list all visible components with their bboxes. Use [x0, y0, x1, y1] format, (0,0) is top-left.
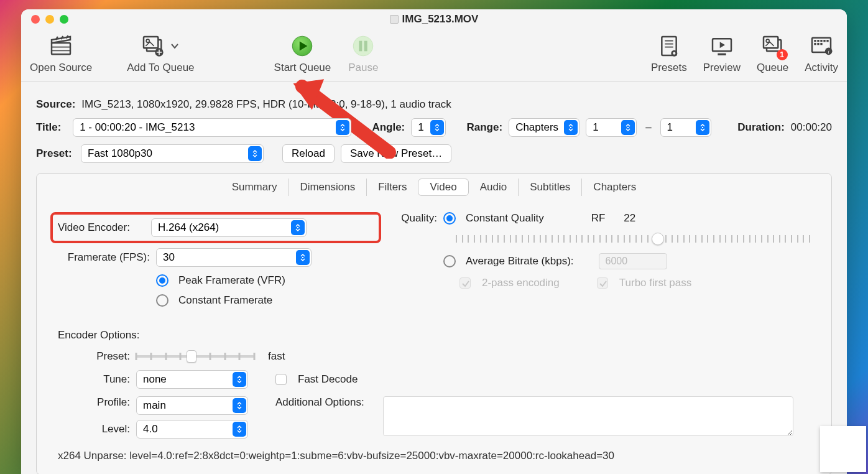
range-from-select[interactable]	[586, 118, 637, 137]
svg-rect-29	[817, 43, 819, 45]
tune-select[interactable]	[136, 370, 248, 389]
open-source-button[interactable]: Open Source	[30, 62, 92, 74]
rf-slider[interactable]	[456, 232, 810, 246]
framerate-select[interactable]	[156, 248, 312, 267]
clapperboard-icon	[48, 34, 73, 58]
constant-quality-label: Constant Quality	[466, 212, 544, 225]
preset-label: Preset:	[36, 147, 75, 160]
turbo-first-pass-checkbox	[597, 277, 608, 289]
app-window: IMG_5213.MOV Open Source Add To Queue	[21, 9, 847, 474]
video-encoder-select[interactable]	[151, 218, 307, 237]
profile-select[interactable]	[136, 396, 248, 415]
svg-rect-0	[52, 43, 70, 54]
svg-point-16	[673, 52, 675, 54]
play-icon	[290, 34, 315, 58]
quality-label: Quality:	[394, 212, 437, 225]
fast-decode-checkbox[interactable]	[275, 374, 287, 385]
average-bitrate-radio[interactable]	[443, 255, 456, 267]
average-bitrate-label: Average Bitrate (kbps):	[466, 255, 574, 267]
source-label: Source:	[36, 98, 75, 111]
content-area: Source: IMG_5213, 1080x1920, 29.9828 FPS…	[21, 82, 847, 474]
duration-value: 00:00:20	[791, 121, 832, 134]
constant-quality-radio[interactable]	[443, 212, 456, 225]
svg-rect-9	[359, 41, 362, 52]
range-label: Range:	[467, 121, 503, 134]
svg-rect-26	[823, 40, 825, 42]
queue-button[interactable]: Queue	[757, 62, 788, 74]
range-dash: –	[645, 121, 651, 134]
tab-panel: Summary Dimensions Filters Video Audio S…	[36, 173, 832, 474]
tab-video[interactable]: Video	[418, 179, 468, 196]
preview-button[interactable]: Preview	[703, 62, 741, 74]
preview-icon	[709, 34, 734, 58]
svg-rect-25	[820, 40, 822, 42]
svg-rect-27	[826, 40, 828, 42]
pause-icon	[351, 34, 376, 58]
level-label: Level:	[58, 423, 130, 435]
save-new-preset-button[interactable]: Save New Preset…	[341, 144, 451, 163]
preset-select[interactable]	[81, 144, 264, 163]
range-to-select[interactable]	[660, 118, 711, 137]
additional-options-textarea[interactable]	[383, 396, 793, 436]
presets-icon	[657, 34, 681, 58]
tab-chapters[interactable]: Chapters	[582, 179, 647, 196]
tab-summary[interactable]: Summary	[221, 179, 289, 196]
profile-label: Profile:	[58, 396, 130, 409]
start-queue-button[interactable]: Start Queue	[274, 62, 331, 74]
video-encoder-label: Video Encoder:	[58, 221, 145, 234]
x264-unparse: x264 Unparse: level=4.0:ref=2:8x8dct=0:w…	[58, 450, 810, 462]
tune-label: Tune:	[58, 373, 130, 386]
enc-preset-slider[interactable]	[136, 350, 254, 363]
tab-filters[interactable]: Filters	[367, 179, 418, 196]
toolbar: Open Source Add To Queue Start Queue	[21, 29, 847, 82]
peak-framerate-label: Peak Framerate (VFR)	[178, 274, 285, 287]
overlay-box	[820, 426, 866, 472]
constant-framerate-label: Constant Framerate	[178, 294, 272, 307]
svg-rect-24	[817, 40, 819, 42]
source-value: IMG_5213, 1080x1920, 29.9828 FPS, HDR (1…	[81, 98, 451, 111]
turbo-first-pass-label: Turbo first pass	[619, 277, 692, 289]
video-encoder-highlight: Video Encoder:	[50, 212, 381, 243]
tab-audio[interactable]: Audio	[469, 179, 519, 196]
angle-select[interactable]	[411, 118, 446, 137]
title-label: Title:	[36, 121, 67, 134]
svg-rect-28	[814, 43, 816, 45]
add-to-queue-dropdown[interactable]	[169, 34, 180, 58]
presets-button[interactable]: Presets	[651, 62, 687, 74]
two-pass-label: 2-pass encoding	[482, 277, 560, 289]
titlebar: IMG_5213.MOV	[21, 9, 847, 29]
tab-subtitles[interactable]: Subtitles	[519, 179, 582, 196]
svg-rect-30	[820, 43, 822, 45]
rf-label: RF	[591, 212, 606, 225]
title-select[interactable]	[73, 118, 351, 137]
svg-point-8	[354, 36, 374, 56]
range-type-select[interactable]	[509, 118, 579, 137]
two-pass-checkbox	[459, 277, 471, 289]
level-select[interactable]	[136, 420, 248, 439]
pause-button: Pause	[348, 62, 378, 74]
angle-label: Angle:	[372, 121, 405, 134]
add-to-queue-icon	[141, 34, 165, 58]
average-bitrate-input	[599, 253, 667, 269]
add-to-queue-button[interactable]: Add To Queue	[127, 62, 194, 74]
fast-decode-label: Fast Decode	[298, 373, 358, 386]
svg-rect-23	[814, 40, 816, 42]
svg-rect-18	[718, 53, 726, 55]
encoder-options-heading: Encoder Options:	[58, 329, 810, 342]
enc-preset-label: Preset:	[58, 350, 130, 363]
peak-framerate-radio[interactable]	[156, 274, 169, 287]
duration-label: Duration:	[737, 121, 785, 134]
queue-badge: 1	[777, 49, 788, 60]
tab-bar: Summary Dimensions Filters Video Audio S…	[37, 174, 831, 196]
framerate-label: Framerate (FPS):	[58, 251, 150, 264]
constant-framerate-radio[interactable]	[156, 294, 169, 307]
enc-preset-value: fast	[268, 350, 285, 363]
activity-button[interactable]: Activity	[805, 62, 838, 74]
tab-dimensions[interactable]: Dimensions	[289, 179, 367, 196]
document-icon	[390, 15, 399, 24]
activity-icon: i	[809, 34, 834, 58]
reload-button[interactable]: Reload	[282, 144, 335, 163]
additional-options-label: Additional Options:	[275, 396, 364, 409]
svg-rect-10	[364, 41, 367, 52]
window-title: IMG_5213.MOV	[402, 13, 479, 26]
